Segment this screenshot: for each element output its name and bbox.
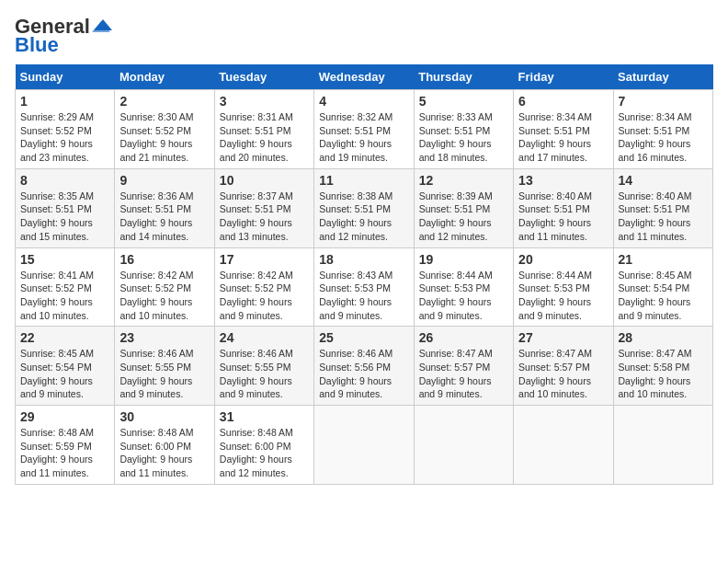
day-number: 26 xyxy=(419,330,508,345)
day-sunset: Sunset: 5:51 PM xyxy=(20,203,92,214)
day-sunrise: Sunrise: 8:38 AM xyxy=(319,190,392,201)
day-number: 29 xyxy=(20,409,109,424)
day-daylight: Daylight: 9 hours and 9 minutes. xyxy=(419,375,492,400)
page-header: General Blue xyxy=(15,15,713,57)
day-daylight: Daylight: 9 hours and 20 minutes. xyxy=(220,138,292,163)
day-sunrise: Sunrise: 8:30 AM xyxy=(119,111,193,122)
day-number: 7 xyxy=(619,94,708,109)
day-sunrise: Sunrise: 8:29 AM xyxy=(20,111,94,122)
day-sunrise: Sunrise: 8:40 AM xyxy=(518,190,592,201)
day-number: 21 xyxy=(619,252,708,267)
day-number: 8 xyxy=(20,173,109,188)
day-sunset: Sunset: 5:52 PM xyxy=(20,282,92,293)
day-daylight: Daylight: 9 hours and 12 minutes. xyxy=(419,217,492,242)
calendar-day-cell: 24 Sunrise: 8:46 AM Sunset: 5:55 PM Dayl… xyxy=(214,327,313,406)
day-sunrise: Sunrise: 8:48 AM xyxy=(119,427,193,438)
day-daylight: Daylight: 9 hours and 14 minutes. xyxy=(119,217,192,242)
day-sunset: Sunset: 5:51 PM xyxy=(319,125,391,136)
day-sunrise: Sunrise: 8:34 AM xyxy=(619,111,692,122)
day-sunset: Sunset: 5:51 PM xyxy=(220,203,291,214)
day-number: 28 xyxy=(619,330,708,345)
day-number: 22 xyxy=(20,330,109,345)
calendar-day-cell: 2 Sunrise: 8:30 AM Sunset: 5:52 PM Dayli… xyxy=(115,90,214,169)
day-sunset: Sunset: 5:51 PM xyxy=(220,125,291,136)
day-daylight: Daylight: 9 hours and 11 minutes. xyxy=(518,217,591,242)
calendar-body: 1 Sunrise: 8:29 AM Sunset: 5:52 PM Dayli… xyxy=(16,90,713,485)
calendar-week-row: 1 Sunrise: 8:29 AM Sunset: 5:52 PM Dayli… xyxy=(16,90,713,169)
day-daylight: Daylight: 9 hours and 11 minutes. xyxy=(619,217,691,242)
day-number: 24 xyxy=(220,330,309,345)
day-daylight: Daylight: 9 hours and 9 minutes. xyxy=(220,296,292,321)
day-number: 6 xyxy=(518,94,608,109)
day-sunrise: Sunrise: 8:42 AM xyxy=(119,270,193,281)
day-daylight: Daylight: 9 hours and 13 minutes. xyxy=(220,217,292,242)
calendar-day-cell xyxy=(314,406,414,485)
day-sunset: Sunset: 5:51 PM xyxy=(119,203,191,214)
calendar-day-header: Thursday xyxy=(414,64,513,90)
calendar-week-row: 8 Sunrise: 8:35 AM Sunset: 5:51 PM Dayli… xyxy=(16,168,713,247)
calendar-day-cell: 11 Sunrise: 8:38 AM Sunset: 5:51 PM Dayl… xyxy=(314,168,414,247)
day-sunrise: Sunrise: 8:47 AM xyxy=(619,348,692,359)
calendar-day-cell: 8 Sunrise: 8:35 AM Sunset: 5:51 PM Dayli… xyxy=(16,168,115,247)
calendar-day-cell: 27 Sunrise: 8:47 AM Sunset: 5:57 PM Dayl… xyxy=(514,327,613,406)
calendar-week-row: 22 Sunrise: 8:45 AM Sunset: 5:54 PM Dayl… xyxy=(16,327,713,406)
day-number: 3 xyxy=(220,94,309,109)
calendar-day-cell: 23 Sunrise: 8:46 AM Sunset: 5:55 PM Dayl… xyxy=(115,327,214,406)
day-sunset: Sunset: 5:51 PM xyxy=(319,203,391,214)
day-daylight: Daylight: 9 hours and 21 minutes. xyxy=(119,138,192,163)
day-sunset: Sunset: 5:52 PM xyxy=(119,282,191,293)
day-sunrise: Sunrise: 8:45 AM xyxy=(619,270,692,281)
day-sunset: Sunset: 5:55 PM xyxy=(220,362,291,373)
day-sunset: Sunset: 5:51 PM xyxy=(419,125,491,136)
day-sunset: Sunset: 5:57 PM xyxy=(419,362,491,373)
day-sunset: Sunset: 5:51 PM xyxy=(619,125,690,136)
day-sunrise: Sunrise: 8:36 AM xyxy=(119,190,193,201)
day-number: 15 xyxy=(20,252,109,267)
day-sunset: Sunset: 5:59 PM xyxy=(20,441,92,452)
day-sunset: Sunset: 5:55 PM xyxy=(119,362,191,373)
day-daylight: Daylight: 9 hours and 12 minutes. xyxy=(319,217,392,242)
day-sunrise: Sunrise: 8:45 AM xyxy=(20,348,94,359)
day-number: 30 xyxy=(119,409,209,424)
day-sunrise: Sunrise: 8:31 AM xyxy=(220,111,293,122)
calendar-day-cell: 9 Sunrise: 8:36 AM Sunset: 5:51 PM Dayli… xyxy=(115,168,214,247)
calendar-week-row: 15 Sunrise: 8:41 AM Sunset: 5:52 PM Dayl… xyxy=(16,247,713,327)
day-daylight: Daylight: 9 hours and 11 minutes. xyxy=(119,454,192,478)
day-sunset: Sunset: 5:58 PM xyxy=(619,362,690,373)
day-number: 14 xyxy=(619,173,708,188)
calendar-day-cell: 28 Sunrise: 8:47 AM Sunset: 5:58 PM Dayl… xyxy=(613,327,712,406)
calendar-day-cell: 20 Sunrise: 8:44 AM Sunset: 5:53 PM Dayl… xyxy=(514,247,613,327)
day-sunset: Sunset: 5:53 PM xyxy=(518,282,590,293)
calendar-day-cell: 4 Sunrise: 8:32 AM Sunset: 5:51 PM Dayli… xyxy=(314,90,414,169)
day-daylight: Daylight: 9 hours and 10 minutes. xyxy=(20,296,93,321)
calendar-day-cell: 18 Sunrise: 8:43 AM Sunset: 5:53 PM Dayl… xyxy=(314,247,414,327)
calendar-day-cell: 30 Sunrise: 8:48 AM Sunset: 6:00 PM Dayl… xyxy=(115,406,214,485)
day-number: 10 xyxy=(220,173,309,188)
logo-blue: Blue xyxy=(15,33,59,57)
day-sunrise: Sunrise: 8:48 AM xyxy=(220,427,293,438)
day-daylight: Daylight: 9 hours and 10 minutes. xyxy=(119,296,192,321)
day-daylight: Daylight: 9 hours and 19 minutes. xyxy=(319,138,392,163)
day-sunset: Sunset: 6:00 PM xyxy=(119,441,191,452)
calendar-day-cell: 25 Sunrise: 8:46 AM Sunset: 5:56 PM Dayl… xyxy=(314,327,414,406)
day-sunrise: Sunrise: 8:43 AM xyxy=(319,270,392,281)
day-sunset: Sunset: 6:00 PM xyxy=(220,441,291,452)
day-number: 9 xyxy=(119,173,209,188)
calendar-day-cell xyxy=(414,406,513,485)
calendar-day-cell: 13 Sunrise: 8:40 AM Sunset: 5:51 PM Dayl… xyxy=(514,168,613,247)
day-number: 20 xyxy=(518,252,608,267)
day-number: 1 xyxy=(20,94,109,109)
day-sunrise: Sunrise: 8:41 AM xyxy=(20,270,94,281)
day-daylight: Daylight: 9 hours and 9 minutes. xyxy=(220,375,292,400)
day-sunset: Sunset: 5:51 PM xyxy=(518,203,590,214)
calendar-day-cell: 5 Sunrise: 8:33 AM Sunset: 5:51 PM Dayli… xyxy=(414,90,513,169)
day-sunset: Sunset: 5:51 PM xyxy=(419,203,491,214)
day-sunset: Sunset: 5:53 PM xyxy=(419,282,491,293)
calendar-day-cell: 6 Sunrise: 8:34 AM Sunset: 5:51 PM Dayli… xyxy=(514,90,613,169)
day-sunrise: Sunrise: 8:35 AM xyxy=(20,190,94,201)
day-daylight: Daylight: 9 hours and 11 minutes. xyxy=(20,454,93,478)
day-sunrise: Sunrise: 8:42 AM xyxy=(220,270,293,281)
day-number: 25 xyxy=(319,330,408,345)
day-daylight: Daylight: 9 hours and 9 minutes. xyxy=(119,375,192,400)
day-daylight: Daylight: 9 hours and 18 minutes. xyxy=(419,138,492,163)
